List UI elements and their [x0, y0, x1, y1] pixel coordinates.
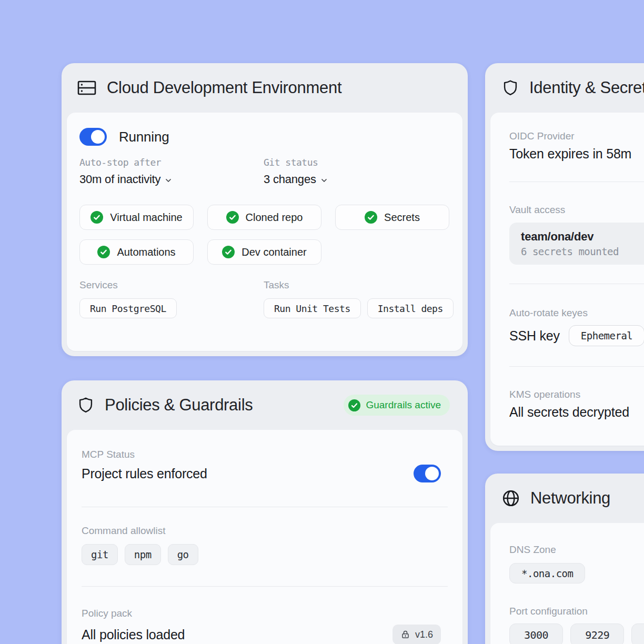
running-toggle[interactable] — [79, 128, 107, 146]
check-circle-icon — [365, 211, 377, 224]
vault-path-box: team/ona/dev 6 secrets mounted — [509, 223, 644, 265]
identity-secrets-card: Identity & Secrets OIDC Provider Token e… — [485, 63, 644, 451]
install-deps-button[interactable]: Install deps — [367, 298, 454, 318]
services-section: Services Run PostgreSQL — [79, 279, 264, 318]
vault-section: Vault access team/ona/dev 6 secrets moun… — [509, 204, 644, 265]
mcp-section: MCP Status Project rules enforced — [82, 449, 448, 482]
networking-card: Networking DNS Zone *.ona.com Port confi… — [485, 474, 644, 644]
kms-section: KMS operations All secrets decrypted — [509, 389, 644, 420]
divider — [82, 586, 448, 587]
identity-card-body: OIDC Provider Token expires in 58m Vault… — [490, 113, 644, 446]
policy-version-pill: v1.6 — [393, 625, 441, 644]
auto-stop-value: 30m of inactivity — [79, 173, 160, 186]
project-rules-toggle[interactable] — [414, 465, 441, 482]
page-title: Identity & Secrets — [529, 78, 644, 97]
page-title: Policies & Guardrails — [105, 396, 253, 415]
policies-card-header: Policies & Guardrails Guardrails active — [62, 380, 468, 430]
kms-value: All secrets decrypted — [509, 405, 644, 420]
status-chip-label: Cloned repo — [246, 212, 303, 224]
git-status-field: Git status 3 changes — [264, 157, 450, 186]
identity-card-header: Identity & Secrets — [485, 63, 644, 113]
lock-icon — [400, 629, 410, 640]
auto-stop-field: Auto-stop after 30m of inactivity — [79, 157, 264, 186]
allowlist-chip-go: go — [168, 544, 198, 565]
run-unit-tests-button[interactable]: Run Unit Tests — [264, 298, 361, 318]
kms-label: KMS operations — [509, 389, 644, 400]
status-chip-label: Dev container — [242, 246, 306, 258]
port-chips: 3000 9229 HTTPS — [509, 623, 644, 644]
vault-secrets-count: 6 secrets mounted — [521, 246, 644, 257]
cloud-card-header: Cloud Development Environment — [62, 63, 468, 113]
services-buttons: Run PostgreSQL — [79, 298, 264, 318]
auto-stop-label: Auto-stop after — [79, 157, 264, 168]
actions-row: Services Run PostgreSQL Tasks Run Unit T… — [79, 279, 450, 318]
check-circle-icon — [97, 246, 110, 258]
toggle-knob — [425, 467, 439, 480]
ephemeral-chip: Ephemeral — [569, 325, 644, 346]
page-title: Cloud Development Environment — [107, 78, 341, 97]
auto-rotate-section: Auto-rotate keyes SSH key Ephemeral — [509, 307, 644, 346]
divider — [82, 507, 448, 507]
toggle-knob — [91, 130, 105, 144]
provision-status-grid: Virtual machine Cloned repo Secrets Auto… — [79, 205, 450, 265]
status-chip-cloned-repo: Cloned repo — [207, 205, 321, 230]
networking-card-header: Networking — [485, 474, 644, 523]
oidc-label: OIDC Provider — [509, 130, 644, 142]
environment-status-row: Running — [79, 128, 450, 146]
shield-icon — [77, 396, 95, 415]
check-circle-icon — [226, 211, 239, 224]
dns-zone-chip: *.ona.com — [509, 563, 585, 583]
allowlist-chip-npm: npm — [125, 544, 161, 565]
oidc-section: OIDC Provider Token expires in 58m — [509, 130, 644, 162]
port-chip-9229: 9229 — [570, 623, 624, 644]
port-configuration-label: Port configuration — [509, 606, 644, 617]
settings-row: Auto-stop after 30m of inactivity Git st… — [79, 157, 450, 186]
check-circle-icon — [348, 399, 360, 411]
allowlist-section: Command allowlist git npm go — [82, 525, 448, 565]
allowlist-label: Command allowlist — [82, 525, 448, 537]
mcp-status-row: Project rules enforced — [82, 465, 448, 482]
globe-icon — [501, 489, 520, 508]
ssh-key-row: SSH key Ephemeral — [509, 325, 644, 346]
server-icon — [77, 79, 97, 96]
divider — [509, 284, 644, 284]
tasks-buttons: Run Unit Tests Install deps — [264, 298, 454, 318]
policy-pack-value: All policies loaded — [82, 627, 185, 642]
status-chip-automations: Automations — [79, 239, 194, 265]
chevron-down-icon — [320, 176, 328, 185]
guardrails-active-badge: Guardrails active — [344, 395, 450, 416]
dns-section: DNS Zone *.ona.com — [509, 544, 644, 583]
ports-section: Port configuration 3000 9229 HTTPS — [509, 606, 644, 644]
git-status-label: Git status — [264, 157, 450, 168]
policies-guardrails-card: Policies & Guardrails Guardrails active … — [62, 380, 468, 644]
services-label: Services — [79, 279, 264, 291]
divider — [509, 366, 644, 367]
git-status-dropdown[interactable]: 3 changes — [264, 173, 328, 186]
status-chip-label: Automations — [117, 246, 175, 258]
tasks-label: Tasks — [264, 279, 454, 291]
check-circle-icon — [90, 211, 103, 224]
policy-version-label: v1.6 — [415, 629, 433, 640]
cloud-card-body: Running Auto-stop after 30m of inactivit… — [67, 113, 462, 351]
oidc-value: Token expires in 58m — [509, 146, 644, 162]
status-chip-dev-container: Dev container — [207, 239, 321, 265]
divider — [509, 182, 644, 182]
networking-card-body: DNS Zone *.ona.com Port configuration 30… — [490, 523, 644, 644]
auto-stop-dropdown[interactable]: 30m of inactivity — [79, 173, 173, 186]
policies-card-body: MCP Status Project rules enforced Comman… — [67, 430, 462, 644]
ssh-key-value: SSH key — [509, 328, 560, 344]
allowlist-chips: git npm go — [82, 544, 448, 565]
desktop-background: Cloud Development Environment Running Au… — [0, 0, 644, 644]
mcp-status-label: MCP Status — [82, 449, 448, 460]
policy-pack-row: All policies loaded v1.6 — [82, 625, 448, 644]
chevron-down-icon — [164, 176, 173, 185]
running-label: Running — [119, 129, 169, 145]
run-postgresql-button[interactable]: Run PostgreSQL — [79, 298, 177, 318]
badge-label: Guardrails active — [366, 399, 441, 411]
shield-icon — [501, 78, 519, 97]
vault-path: team/ona/dev — [521, 230, 644, 244]
mcp-status-value: Project rules enforced — [82, 466, 207, 481]
git-status-value: 3 changes — [264, 173, 316, 186]
cloud-dev-environment-card: Cloud Development Environment Running Au… — [62, 63, 468, 356]
status-chip-label: Secrets — [384, 212, 420, 224]
